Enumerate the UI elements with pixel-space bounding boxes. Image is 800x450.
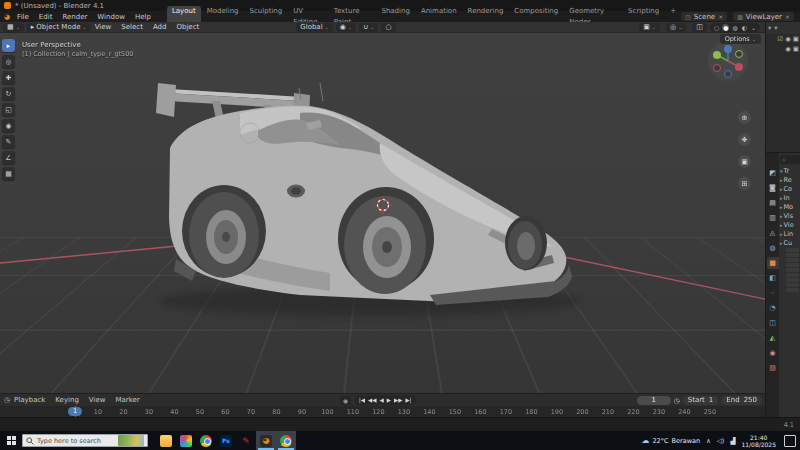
proportional-editing-toggle[interactable]: ○ [381, 23, 395, 32]
shading-wireframe-button[interactable]: ○ [713, 24, 720, 31]
start-frame-field[interactable]: Start 1 [683, 396, 719, 405]
cursor-tool[interactable]: ◎ [2, 55, 15, 68]
transform-orientation-selector[interactable]: Global ⌄ [296, 23, 333, 32]
mode-selector[interactable]: ▸ Object Mode ⌄ [27, 23, 91, 32]
viewport-menu-item[interactable]: View [91, 23, 116, 31]
properties-section-header[interactable]: ▸ Co [780, 184, 800, 193]
viewport-3d[interactable]: User Perspective (1) Collection | calm_t… [0, 33, 765, 393]
show-gizmo-button[interactable]: ▣ ⌄ [639, 23, 660, 32]
shading-rendered-button[interactable]: ◐ [741, 24, 748, 31]
properties-section-header[interactable]: ▸ In [780, 193, 800, 202]
options-button[interactable]: Options ⌄ [720, 34, 761, 44]
unlink-icon[interactable]: × [718, 13, 723, 20]
news-weather-thumbnail[interactable] [118, 435, 144, 446]
play-button[interactable]: ▶ [387, 397, 391, 403]
viewport-menu-item[interactable]: Select [117, 23, 147, 31]
start-button[interactable] [0, 431, 22, 450]
properties-section-header[interactable]: ▸ Vis [780, 211, 800, 220]
modifiers-tab[interactable]: ◧ [767, 272, 779, 284]
menu-item[interactable]: Window [93, 13, 129, 21]
photoshop[interactable]: Ps [216, 431, 236, 450]
viewport-menu-item[interactable]: Add [149, 23, 171, 31]
tool-tab[interactable]: ◩ [767, 167, 779, 179]
rotate-tool[interactable]: ↻ [2, 87, 15, 100]
properties-section-header[interactable]: ▸ Lin [780, 229, 800, 238]
material-tab[interactable]: ◉ [767, 347, 779, 359]
outliner[interactable]: ▾ ▾ ☑ ◉ ▣ ◉ ▣ [766, 22, 800, 153]
transform-field[interactable] [786, 273, 799, 277]
transform-field[interactable] [786, 288, 799, 292]
transform-field[interactable] [786, 248, 799, 252]
transform-tool[interactable]: ◉ [2, 119, 15, 132]
transform-field[interactable] [786, 263, 799, 267]
view-layer-selector[interactable]: ▥ ViewLayer × [733, 12, 794, 21]
view-layer-tab[interactable]: ▥ [767, 212, 779, 224]
camera-visibility-icon[interactable]: ▣ [793, 45, 799, 53]
checkbox-icon[interactable]: ☑ [777, 35, 783, 43]
jump-end-button[interactable]: ▶| [406, 397, 412, 403]
xray-toggle[interactable]: ◫ [692, 23, 707, 32]
view-layer-remove-icon[interactable]: × [785, 13, 790, 20]
auto-keying-button[interactable]: ◉ [340, 396, 351, 405]
scene-selector[interactable]: ◳ Scene × [681, 12, 727, 21]
menu-item[interactable]: Edit [35, 13, 57, 21]
zoom-icon[interactable]: ⊕ [738, 111, 751, 124]
blender-menu-button[interactable]: ◕ [4, 13, 10, 21]
shading-solid-button[interactable]: ● [722, 24, 729, 31]
world-tab[interactable]: ◍ [767, 242, 779, 254]
measure-tool[interactable]: ∠ [2, 151, 15, 164]
pan-icon[interactable]: ✥ [738, 133, 751, 146]
weather-widget[interactable]: ☁ 22°C Berawan [641, 436, 700, 445]
timeline-menu-item[interactable]: Playback [10, 396, 49, 404]
eye-icon[interactable]: ◉ [785, 45, 791, 53]
scale-tool[interactable]: ◱ [2, 103, 15, 116]
properties-search[interactable]: ⌕ [780, 155, 800, 164]
prev-keyframe-button[interactable]: ◀◀ [368, 397, 376, 403]
photos[interactable] [176, 431, 196, 450]
constraints-tab[interactable]: ◫ [767, 317, 779, 329]
speaker-icon[interactable]: ◁) [717, 437, 725, 445]
transform-field[interactable] [786, 278, 799, 282]
outliner-row-collection[interactable]: ☑ ◉ ▣ [766, 34, 800, 44]
menu-item[interactable]: Help [131, 13, 155, 21]
taskbar-search[interactable]: Type here to search [22, 434, 148, 447]
lock-range-icon[interactable]: ◷ [674, 397, 680, 405]
timeline-menu-item[interactable]: View [85, 396, 110, 404]
scene-tab[interactable]: ◬ [767, 227, 779, 239]
brush-tool[interactable]: ✎ [236, 431, 256, 450]
chevron-down-icon[interactable]: ⌄ [750, 24, 757, 31]
display-mode-icon[interactable]: ▾ [774, 24, 777, 32]
filter-icon[interactable]: ▾ [768, 24, 771, 32]
transform-field[interactable] [786, 283, 799, 287]
menu-item[interactable]: File [13, 13, 33, 21]
physics-tab[interactable]: ◔ [767, 302, 779, 314]
menu-item[interactable]: Render [58, 13, 91, 21]
timeline-menu-item[interactable]: Keying [51, 396, 83, 404]
camera-view-icon[interactable]: ▣ [738, 155, 751, 168]
transform-field[interactable] [786, 268, 799, 272]
transform-field[interactable] [786, 258, 799, 262]
jump-start-button[interactable]: |◀ [359, 397, 365, 403]
properties-section-header[interactable]: ▸ Vie [780, 220, 800, 229]
playhead-frame-badge[interactable]: 1 [68, 407, 82, 416]
snap-toggle[interactable]: ∪ ⌄ [359, 23, 378, 32]
next-keyframe-button[interactable]: ▶▶ [394, 397, 402, 403]
end-frame-field[interactable]: End 250 [721, 396, 762, 405]
select-box-tool[interactable]: ▸ [2, 39, 15, 52]
data-tab[interactable]: ◭ [767, 332, 779, 344]
move-tool[interactable]: ✚ [2, 71, 15, 84]
play-reverse-button[interactable]: ◀ [380, 397, 384, 403]
car-model[interactable] [156, 83, 580, 316]
camera-visibility-icon[interactable]: ▣ [793, 35, 799, 43]
perspective-toggle-icon[interactable]: ⊞ [738, 177, 751, 190]
action-center-icon[interactable] [784, 435, 796, 447]
shading-material-button[interactable]: ◍ [731, 24, 738, 31]
pivot-point-selector[interactable]: ◉ ⌄ [336, 23, 356, 32]
properties-section-header[interactable]: ▸ Re [780, 175, 800, 184]
texture-tab[interactable]: ▨ [767, 362, 779, 374]
hidden-icons-chevron[interactable]: ∧ [706, 437, 711, 445]
render-tab[interactable]: ◙ [767, 182, 779, 194]
particles-tab[interactable]: ◦ [767, 287, 779, 299]
current-frame-field[interactable]: 1 [637, 396, 671, 405]
outliner-row-object[interactable]: ◉ ▣ [766, 44, 800, 54]
